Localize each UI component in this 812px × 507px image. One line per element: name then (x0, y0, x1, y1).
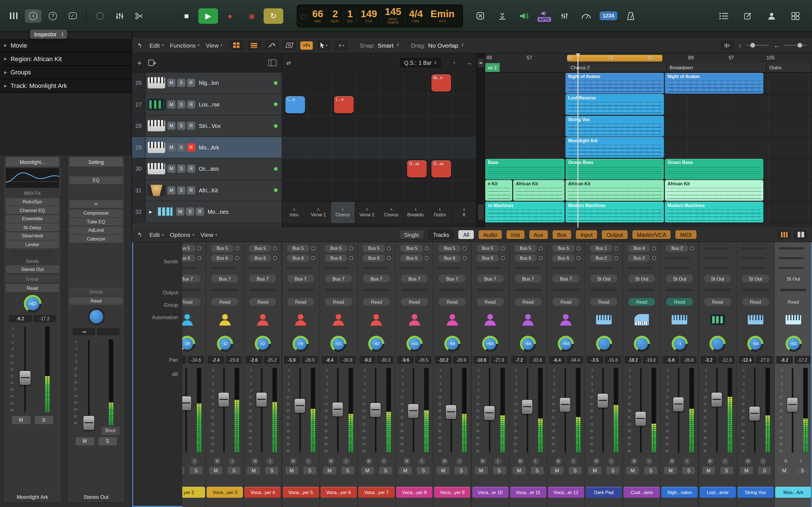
group-slot[interactable] (183, 284, 206, 297)
solo-button[interactable]: S (682, 467, 695, 474)
send-slot-1[interactable]: Bus 5 (183, 243, 206, 253)
count-in-button[interactable]: 1234 (599, 11, 617, 20)
arrangement-marker[interactable]: Breakdown (667, 63, 767, 72)
scene-trigger[interactable]: ∧ Intro (282, 202, 306, 223)
stop-button[interactable]: ■ (176, 8, 196, 23)
menu-button[interactable]: Options▾ (167, 231, 197, 238)
lcd-field[interactable]: Emin KEY (427, 5, 458, 26)
plugin-slot-button[interactable]: Channel EQ (6, 207, 59, 214)
track-name[interactable]: Cust...iano (624, 487, 660, 498)
group-slot-button[interactable]: Group (69, 288, 123, 295)
send-slot-2[interactable]: Bus 6 (434, 253, 471, 263)
add-track-button[interactable]: + (137, 58, 142, 67)
send-slot-1[interactable] (699, 243, 736, 253)
mute-button[interactable]: M (399, 467, 412, 474)
group-slot[interactable] (585, 284, 622, 297)
send-slot-1[interactable]: Bus 5 (320, 243, 357, 253)
grid-view-icon[interactable] (230, 40, 243, 50)
automation-mode-button[interactable]: Read (434, 296, 471, 307)
record-enable-button[interactable]: R (441, 458, 448, 464)
send-slot-empty[interactable] (509, 263, 547, 274)
send-slot-1[interactable]: Bus 5 (547, 243, 585, 253)
menu-button[interactable]: Functions▾ (167, 42, 202, 48)
input-monitor-button[interactable]: I (722, 458, 728, 464)
send-slot-2[interactable]: Bus 6 (396, 253, 433, 263)
inspector-disclosure-row[interactable]: ▶ Movie (0, 39, 132, 52)
record-enable-button[interactable]: R (187, 186, 195, 194)
tuner-gauge-icon[interactable] (578, 9, 594, 22)
fader-cap[interactable] (294, 399, 305, 413)
eq-slot-button[interactable]: EQ (69, 176, 123, 184)
send-slot-2[interactable] (661, 253, 698, 263)
record-enable-button[interactable]: R (252, 458, 259, 464)
pie-progress-icon[interactable]: ◔ (452, 59, 456, 66)
expand-icon[interactable]: ↔ (467, 59, 472, 66)
automation-mode-button[interactable]: Read (775, 296, 811, 307)
send-slot-1[interactable]: Bus 4 (623, 243, 660, 253)
volume-fader[interactable]: 0 3 6 9 12 15 18 21 24 30 40 50 60 (585, 366, 622, 454)
mixer-wide-view-icon[interactable] (795, 230, 807, 239)
playhead[interactable] (577, 53, 578, 228)
solo-button[interactable]: S (720, 467, 733, 474)
input-monitor-button[interactable]: I (646, 458, 653, 464)
mute-button[interactable]: M (167, 186, 175, 194)
metronome-icon[interactable] (622, 9, 639, 22)
output-slot[interactable]: St Out (661, 274, 698, 284)
pan-knob[interactable]: -12 (206, 332, 243, 355)
fader-cap[interactable] (183, 396, 191, 410)
input-monitor-button[interactable]: I (494, 458, 501, 464)
solo-button[interactable]: S (493, 467, 506, 474)
arrangement-marker[interactable]: Outro (767, 63, 812, 72)
loop-cell-clip[interactable]: O...ss (407, 160, 427, 177)
plugin-slot-button[interactable]: Limiter (6, 240, 59, 248)
output-slot[interactable]: Bus 7 (244, 274, 282, 284)
snap-control[interactable]: Snap: Smart ⇕ (359, 42, 400, 48)
group-slot[interactable] (509, 284, 547, 297)
mute-button[interactable]: M (361, 467, 374, 474)
automation-mode-button[interactable]: Read (623, 296, 660, 307)
solo-button[interactable]: S (98, 437, 117, 445)
send-slot-1[interactable]: Bus 5 (206, 243, 243, 253)
send-slot-2[interactable] (699, 253, 736, 263)
send-slot-empty[interactable] (183, 263, 206, 274)
disclosure-triangle-icon[interactable]: ▶ (4, 83, 7, 88)
group-slot[interactable] (282, 284, 319, 297)
send-slot-1[interactable]: Bus 1 (585, 243, 622, 253)
automation-mode-button[interactable]: Read (183, 296, 206, 307)
send-slot-1[interactable]: Bus 5 (244, 243, 282, 253)
mute-button[interactable]: M (11, 416, 30, 424)
scene-trigger[interactable]: ∧ Outtro (428, 202, 452, 223)
group-slot[interactable] (471, 284, 509, 297)
arrangement-marker-track[interactable]: se 2 Chorus 2 Breakdown Outro (485, 63, 812, 72)
input-monitor-button[interactable]: I (608, 458, 615, 464)
automation-mode-button[interactable]: Read (69, 297, 123, 305)
inspector-toggle-button[interactable]: i (25, 9, 42, 22)
scene-chevron-icon[interactable]: ∧ (390, 207, 393, 212)
note-pads-icon[interactable] (740, 9, 756, 22)
record-enable-button[interactable]: R (214, 458, 221, 464)
divider-handle[interactable] (478, 205, 484, 220)
send-slot-empty[interactable] (623, 263, 660, 274)
automation-mode-button[interactable]: Read (206, 296, 243, 307)
mute-button[interactable]: M (183, 467, 185, 474)
solo-button[interactable]: S (177, 143, 185, 151)
scene-trigger[interactable]: ∧ 8 (452, 202, 476, 223)
mute-button[interactable]: M (740, 467, 753, 474)
region[interactable]: String Vox (566, 116, 664, 136)
fader-cap[interactable] (522, 400, 532, 414)
pan-knob[interactable]: +9 (282, 332, 319, 355)
group-slot[interactable] (661, 284, 698, 297)
drag-control[interactable]: Drag: No Overlap ⇕ (411, 42, 464, 48)
send-slot-empty[interactable] (320, 263, 357, 274)
input-monitor-button[interactable]: I (380, 458, 388, 464)
record-enable-button[interactable]: R (403, 458, 410, 464)
inspector-disclosure-row[interactable]: ▶ Track: Moonlight Ark (0, 79, 132, 93)
mute-button[interactable]: M (702, 467, 715, 474)
record-enable-button[interactable]: R (290, 458, 297, 464)
solo-button[interactable]: S (177, 100, 185, 108)
mixer-filter-button[interactable]: Aux (529, 230, 548, 240)
loop-cell-clip[interactable]: Ni...n (432, 74, 451, 92)
group-slot[interactable] (699, 284, 736, 297)
volume-fader[interactable]: 0 3 6 9 12 15 18 21 24 30 40 50 60 (6, 325, 59, 414)
record-button[interactable]: ● (220, 8, 240, 23)
